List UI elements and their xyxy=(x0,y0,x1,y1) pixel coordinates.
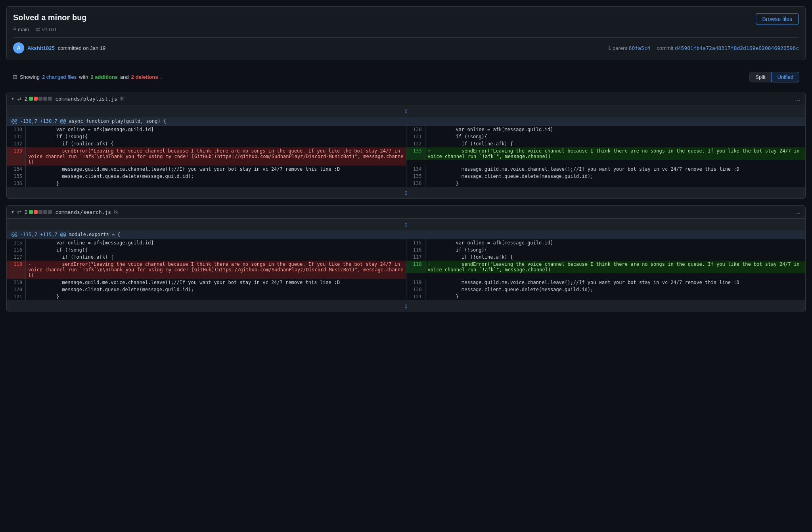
expand-bottom-btn-0[interactable]: ↕ xyxy=(404,189,408,197)
files-changed-bar: ⊞ Showing 2 changed files with 2 additio… xyxy=(6,67,806,87)
author-name[interactable]: Akshit1025 xyxy=(27,45,55,51)
diff-left-cell: 132 if (!online.afk) { xyxy=(7,140,406,147)
branch-icon: ⑂ xyxy=(13,26,16,32)
diff-left-side: 116 if (!song){ xyxy=(7,246,406,254)
left-line-code: message.client.queue.delete(message.guil… xyxy=(26,286,406,293)
diff-header-left-0: ▾ ⇄ 2 commands/playlist.js ⎘ xyxy=(11,95,124,102)
right-line-code: message.client.queue.delete(message.guil… xyxy=(425,286,806,293)
left-line-num: 136 xyxy=(7,180,26,187)
right-line-code: message.guild.me.voice.channel.leave();/… xyxy=(425,279,806,286)
unified-view-button[interactable]: Unified xyxy=(772,72,799,82)
diff-right-side: 117 if (!online.afk) { xyxy=(406,254,806,261)
diff-right-cell: 130 var online = afk[message.guild.id] xyxy=(406,126,805,133)
parent-hash[interactable]: 60fa5c4 xyxy=(629,45,651,51)
browse-files-button[interactable]: Browse files xyxy=(756,13,799,25)
left-line-num: 135 xyxy=(7,173,26,180)
diff-left-side: 136 } xyxy=(7,180,406,187)
split-view-button[interactable]: Split xyxy=(749,72,771,82)
left-line-code: message.guild.me.voice.channel.leave();/… xyxy=(26,279,406,286)
diff-split-row: 132 if (!online.afk) { 132 if (!online.a… xyxy=(7,140,805,147)
expand-bottom-btn-1[interactable]: ↕ xyxy=(404,302,408,310)
expand-top-0[interactable]: ↕ xyxy=(7,105,805,117)
right-line-code: + sendError("Leaving the voice channel b… xyxy=(425,147,806,160)
diff-right-cell: 117 if (!online.afk) { xyxy=(406,254,805,261)
left-line-code: if (!online.afk) { xyxy=(26,254,406,261)
del-sq xyxy=(34,210,38,214)
expand-top-btn-1[interactable]: ↕ xyxy=(404,220,408,229)
diff-split-row: 115 var online = afk[message.guild.id] 1… xyxy=(7,239,805,246)
view-buttons: Split Unified xyxy=(749,72,799,82)
changed-files-link[interactable]: 2 changed files xyxy=(42,74,77,80)
and-text: and xyxy=(120,74,129,80)
copy-path-icon-0[interactable]: ⎘ xyxy=(121,95,124,102)
branch-name: main xyxy=(18,27,29,32)
right-line-code: var online = afk[message.guild.id] xyxy=(425,126,806,133)
diff-split-row: 136 } 136 } xyxy=(7,180,805,187)
none-sq xyxy=(48,210,52,214)
right-line-num: 121 xyxy=(406,293,425,300)
copy-path-icon-1[interactable]: ⎘ xyxy=(114,209,117,215)
diff-filename-0: commands/playlist.js xyxy=(55,96,117,102)
left-line-code: var online = afk[message.guild.id] xyxy=(26,126,406,133)
diff-arrows-icon-0: ⇄ xyxy=(17,96,21,102)
right-line-num: 120 xyxy=(406,286,425,293)
left-line-num: 133 xyxy=(7,147,26,166)
right-line-code: var online = afk[message.guild.id] xyxy=(425,239,806,246)
right-line-code: } xyxy=(425,180,806,187)
diff-right-cell: 115 var online = afk[message.guild.id] xyxy=(406,239,805,246)
tag-icon: 🏷 xyxy=(35,27,40,32)
more-options-icon-1[interactable]: … xyxy=(795,209,801,215)
hunk-context-1: module.exports = { xyxy=(66,232,120,237)
diff-split-row: 116 if (!song){ 116 if (!song){ xyxy=(7,246,805,254)
none-sq xyxy=(43,210,47,214)
chevron-down-icon-1[interactable]: ▾ xyxy=(11,209,14,215)
diff-left-side: 134 message.guild.me.voice.channel.leave… xyxy=(7,166,406,173)
commit-hash-info: 1 parent 60fa5c4 commit d45901fb4a72a483… xyxy=(608,45,799,51)
right-line-code: if (!online.afk) { xyxy=(425,254,806,261)
diff-right-cell: 132 if (!online.afk) { xyxy=(406,140,805,147)
right-line-num: 130 xyxy=(406,126,425,133)
left-line-code: var online = afk[message.guild.id] xyxy=(26,239,406,246)
author-info: A Akshit1025 committed on Jan 19 xyxy=(13,42,105,53)
left-line-num: 118 xyxy=(7,261,26,279)
diff-right-side: 120 message.client.queue.delete(message.… xyxy=(406,286,806,293)
diff-right-cell: 121 } xyxy=(406,293,805,300)
committed-text: committed on Jan 19 xyxy=(58,45,106,51)
hunk-context-0: async function play(guild, song) { xyxy=(66,118,166,124)
diff-right-side: 135 message.client.queue.delete(message.… xyxy=(406,173,806,180)
left-line-num: 121 xyxy=(7,293,26,300)
more-options-icon-0[interactable]: … xyxy=(795,95,801,102)
left-line-code: if (!song){ xyxy=(26,246,406,254)
expand-bottom-1[interactable]: ↕ xyxy=(7,300,805,312)
diff-split-row: 131 if (!song){ 131 if (!song){ xyxy=(7,133,805,140)
diff-stats-0: 2 xyxy=(25,96,52,102)
expand-top-1[interactable]: ↕ xyxy=(7,219,805,230)
left-line-num: 131 xyxy=(7,133,26,140)
diff-left-side: 120 message.client.queue.delete(message.… xyxy=(7,286,406,293)
none-sq xyxy=(48,97,52,101)
chevron-down-icon-0[interactable]: ▾ xyxy=(11,96,14,101)
diff-file-0: ▾ ⇄ 2 commands/playlist.js ⎘ … ↕@@ -130,… xyxy=(6,92,806,199)
stat-num-0: 2 xyxy=(25,96,27,102)
expand-bottom-0[interactable]: ↕ xyxy=(7,187,805,198)
diff-right-cell: 119 message.guild.me.voice.channel.leave… xyxy=(406,279,805,286)
commit-full-hash[interactable]: d45901fb4a72a48317f8d2d169e020846926596c xyxy=(675,45,799,51)
diff-header-right-0: … xyxy=(795,95,801,102)
diff-right-cell: 134 message.guild.me.voice.channel.leave… xyxy=(406,166,805,173)
diff-left-cell: 115 var online = afk[message.guild.id] xyxy=(7,239,406,246)
left-line-code: - sendError("Leaving the voice channel b… xyxy=(26,147,406,166)
diff-split-row: 120 message.client.queue.delete(message.… xyxy=(7,286,805,293)
right-line-num: 135 xyxy=(406,173,425,180)
left-line-code: if (!song){ xyxy=(26,133,406,140)
diff-split-row: 119 message.guild.me.voice.channel.leave… xyxy=(7,279,805,286)
hunk-header-1: @@ -115,7 +115,7 @@ module.exports = { xyxy=(7,230,805,239)
diff-left-cell: 136 } xyxy=(7,180,406,187)
tag-name: v1.0.0 xyxy=(42,27,56,32)
diff-left-cell: 116 if (!song){ xyxy=(7,246,406,254)
right-line-num: 118 xyxy=(406,261,425,273)
del-sq xyxy=(34,97,38,101)
expand-top-btn-0[interactable]: ↕ xyxy=(404,107,408,115)
diff-table-0: 130 var online = afk[message.guild.id] 1… xyxy=(7,126,805,187)
branch-info: ⑂ main xyxy=(13,26,29,32)
diff-left-side: 130 var online = afk[message.guild.id] xyxy=(7,126,406,133)
